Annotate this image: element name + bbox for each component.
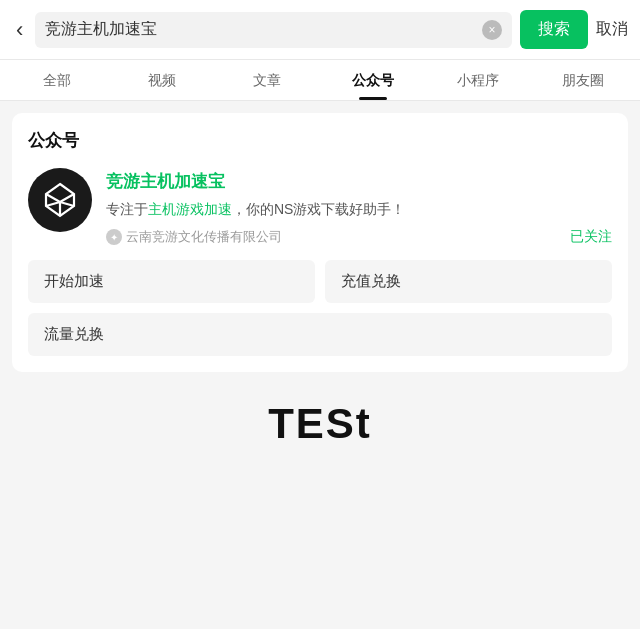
account-name[interactable]: 竞游主机加速宝 <box>106 170 612 193</box>
search-box: × <box>35 12 512 48</box>
tab-video[interactable]: 视频 <box>109 60 214 100</box>
follow-button[interactable]: 已关注 <box>570 228 612 246</box>
action-buttons: 开始加速 充值兑换 流量兑换 <box>28 260 612 356</box>
section-card: 公众号 竞游主机加速宝 专注于主机游戏加速，你的NS游戏下载好助手！ <box>12 113 628 372</box>
account-info: 竞游主机加速宝 专注于主机游戏加速，你的NS游戏下载好助手！ ✦ 云南竞游文化传… <box>106 168 612 246</box>
recharge-exchange-button[interactable]: 充值兑换 <box>325 260 612 303</box>
clear-button[interactable]: × <box>482 20 502 40</box>
tab-article[interactable]: 文章 <box>215 60 320 100</box>
main-content: 公众号 竞游主机加速宝 专注于主机游戏加速，你的NS游戏下载好助手！ <box>0 101 640 384</box>
account-row: 竞游主机加速宝 专注于主机游戏加速，你的NS游戏下载好助手！ ✦ 云南竞游文化传… <box>28 168 612 246</box>
account-meta: ✦ 云南竞游文化传播有限公司 已关注 <box>106 228 612 246</box>
desc-highlight: 主机游戏加速 <box>148 201 232 217</box>
bottom-area: TESt <box>0 384 640 464</box>
tab-moments[interactable]: 朋友圈 <box>531 60 636 100</box>
start-accelerate-button[interactable]: 开始加速 <box>28 260 315 303</box>
org-icon: ✦ <box>106 229 122 245</box>
desc-suffix: ，你的NS游戏下载好助手！ <box>232 201 405 217</box>
svg-line-2 <box>46 202 60 206</box>
back-button[interactable]: ‹ <box>12 19 27 41</box>
tab-miniapp[interactable]: 小程序 <box>425 60 530 100</box>
tab-bar: 全部 视频 文章 公众号 小程序 朋友圈 <box>0 60 640 101</box>
traffic-exchange-button[interactable]: 流量兑换 <box>28 313 612 356</box>
test-label: TESt <box>268 400 372 448</box>
search-input[interactable] <box>45 21 482 39</box>
section-title: 公众号 <box>28 129 612 152</box>
search-button[interactable]: 搜索 <box>520 10 588 49</box>
account-desc: 专注于主机游戏加速，你的NS游戏下载好助手！ <box>106 199 612 220</box>
tab-account[interactable]: 公众号 <box>320 60 425 100</box>
header: ‹ × 搜索 取消 <box>0 0 640 60</box>
desc-prefix: 专注于 <box>106 201 148 217</box>
avatar <box>28 168 92 232</box>
svg-line-3 <box>60 202 74 206</box>
org-name: 云南竞游文化传播有限公司 <box>126 228 282 246</box>
cancel-button[interactable]: 取消 <box>596 19 628 40</box>
tab-all[interactable]: 全部 <box>4 60 109 100</box>
account-org: ✦ 云南竞游文化传播有限公司 <box>106 228 282 246</box>
